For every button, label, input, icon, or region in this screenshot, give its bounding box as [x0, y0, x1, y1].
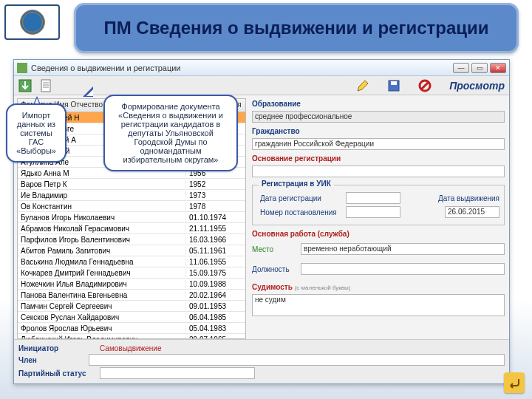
reg-date-input[interactable]	[346, 192, 400, 204]
conviction-input[interactable]: не судим	[252, 294, 505, 316]
svg-line-5	[421, 82, 429, 89]
cell-fio: Люблинский Игорь Владимирович	[18, 335, 186, 339]
member-input[interactable]	[89, 354, 505, 366]
citizenship-input[interactable]: гражданин Российской Федерации	[252, 138, 505, 150]
cell-date: 15.09.1975	[186, 269, 245, 277]
reg-basis-input[interactable]	[252, 166, 505, 177]
slide-title: ПМ Сведения о выдвижении и регистрации	[74, 3, 519, 53]
nom-date-input[interactable]: 26.06.2015	[445, 206, 499, 218]
return-button[interactable]	[504, 372, 525, 393]
member-label: Член	[18, 356, 84, 364]
table-row[interactable]: Ие Владимир1973	[18, 190, 245, 201]
registration-group: Регистрация в УИК Дата регистрации Дата …	[252, 185, 505, 225]
table-row[interactable]: Варов Петр К1952	[18, 179, 245, 190]
cell-fio: Ие Владимир	[18, 191, 186, 200]
slide-title-text: ПМ Сведения о выдвижении и регистрации	[103, 18, 488, 38]
svg-rect-1	[41, 80, 50, 92]
table-row[interactable]: Кочкарев Дмитрий Геннадьевич15.09.1975	[18, 267, 245, 279]
close-button[interactable]: ✕	[490, 63, 506, 73]
callout-tail	[83, 86, 93, 97]
cell-fio: Ов Константин	[18, 202, 186, 211]
place-input[interactable]: временно неработающий	[301, 243, 505, 255]
cell-date: 1978	[186, 202, 245, 211]
cancel-icon[interactable]	[418, 79, 432, 92]
education-input[interactable]: среднее профессиональное	[252, 111, 505, 123]
window-titlebar[interactable]: Сведения о выдвижении и регистрации — ▭ …	[14, 60, 509, 76]
cell-date: 29.07.1965	[186, 335, 245, 339]
table-row[interactable]: Буланов Игорь Николаевич01.10.1974	[18, 212, 245, 223]
reg-num-label: Номер постановления	[260, 208, 341, 216]
conviction-label: Судимость	[252, 283, 293, 291]
cell-date: 21.11.1955	[186, 225, 245, 233]
cell-date: 01.10.1974	[186, 214, 245, 222]
conviction-note: (с маленькой буквы)	[295, 284, 351, 291]
callout-import: Импорт данных из системы ГАС «Выборы»	[6, 103, 66, 163]
cell-date: 09.01.1953	[186, 302, 245, 310]
cell-date: 10.09.1988	[186, 280, 245, 288]
cell-fio: Панова Валентина Евгеньевна	[18, 291, 186, 299]
reg-basis-label: Основание регистрации	[252, 154, 505, 163]
slide-logo	[4, 4, 60, 40]
cell-fio: Абрамов Николай Герасимович	[18, 225, 186, 233]
cell-fio: Варов Петр К	[18, 180, 186, 188]
import-icon[interactable]	[18, 79, 32, 92]
citizenship-label: Гражданство	[252, 127, 505, 135]
table-row[interactable]: Абитов Рамиль Загитович05.11.1961	[18, 245, 245, 256]
app-icon	[17, 63, 27, 73]
initiator-value: Самовыдвижение	[100, 344, 162, 352]
minimize-button[interactable]: —	[453, 63, 469, 73]
table-row[interactable]: Парфилов Игорь Валентинович16.03.1966	[18, 234, 245, 245]
table-row[interactable]: Абрамов Николай Герасимович21.11.1955	[18, 223, 245, 234]
table-row[interactable]: Ножечкин Илья Владимирович10.09.1988	[18, 279, 245, 290]
cell-fio: Фролов Ярослав Юрьевич	[18, 324, 186, 332]
cell-fio: Кочкарев Дмитрий Геннадьевич	[18, 269, 186, 277]
cell-fio: Васькина Людмила Геннадьевна	[18, 258, 186, 266]
table-row[interactable]: Памчин Сергей Сергеевич09.01.1953	[18, 301, 245, 312]
table-row[interactable]: Васькина Людмила Геннадьевна11.06.1955	[18, 256, 245, 267]
table-row[interactable]: Сексков Руслан Хайдарович06.04.1985	[18, 312, 245, 323]
party-input[interactable]	[100, 367, 255, 379]
callout-document-text: Формирование документа «Сведения о выдви…	[118, 102, 223, 164]
cell-date: 05.11.1961	[186, 247, 245, 255]
cell-date: 11.06.1955	[186, 258, 245, 266]
save-icon[interactable]	[387, 79, 400, 92]
window-title: Сведения о выдвижении и регистрации	[31, 64, 181, 72]
table-row[interactable]: Панова Валентина Евгеньевна20.02.1964	[18, 290, 245, 301]
cell-date: 1973	[186, 191, 245, 200]
view-button[interactable]: Просмотр	[449, 80, 505, 92]
cell-date: 20.02.1964	[186, 291, 245, 299]
callout-document: Формирование документа «Сведения о выдви…	[103, 95, 238, 171]
position-label: Должность	[252, 265, 296, 273]
cell-fio: Буланов Игорь Николаевич	[18, 214, 186, 222]
maximize-button[interactable]: ▭	[471, 63, 488, 73]
table-row[interactable]: Люблинский Игорь Владимирович29.07.1965	[18, 334, 245, 338]
nom-date-label: Дата выдвижения	[438, 194, 499, 202]
cell-date: 16.03.1966	[186, 236, 245, 244]
table-row[interactable]: Ов Константин1978	[18, 201, 245, 212]
main-content: Фамилия Имя Отчество Дата рождения Зайце…	[14, 95, 509, 339]
reg-num-input[interactable]	[346, 206, 400, 218]
place-label: Место	[252, 245, 296, 253]
cell-date: 1952	[186, 180, 245, 188]
reg-date-label: Дата регистрации	[260, 194, 341, 202]
cell-fio: Ножечкин Илья Владимирович	[18, 280, 186, 288]
position-input[interactable]	[301, 263, 505, 275]
app-window: Сведения о выдвижении и регистрации — ▭ …	[13, 59, 510, 384]
education-label: Образование	[252, 100, 505, 108]
cell-date: 06.04.1985	[186, 313, 245, 321]
document-icon[interactable]	[39, 79, 52, 92]
callout-import-text: Импорт данных из системы ГАС «Выборы»	[16, 111, 56, 155]
details-form: Образование среднее профессиональное Гра…	[249, 95, 509, 339]
bottom-bar: Инициатор Самовыдвижение Член Партийный …	[14, 339, 509, 383]
cell-date: 05.04.1983	[186, 324, 245, 332]
cell-fio: Парфилов Игорь Валентинович	[18, 236, 186, 244]
table-row[interactable]: Фролов Ярослав Юрьевич05.04.1983	[18, 323, 245, 334]
svg-rect-3	[391, 81, 397, 85]
work-label: Основная работа (служба)	[252, 230, 505, 238]
cell-fio: Сексков Руслан Хайдарович	[18, 313, 186, 321]
registration-group-legend: Регистрация в УИК	[259, 180, 334, 188]
initiator-label: Инициатор	[18, 344, 95, 352]
logo-image	[20, 10, 45, 35]
edit-icon[interactable]	[356, 79, 369, 92]
party-label: Партийный статус	[18, 369, 95, 378]
